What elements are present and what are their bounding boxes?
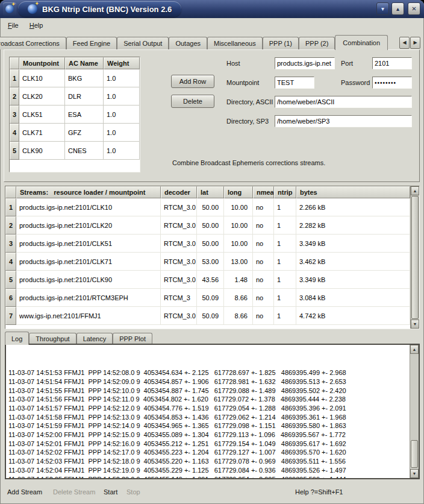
- cell-nmea[interactable]: no: [253, 198, 274, 216]
- cell-decoder[interactable]: RTCM_3.0: [161, 271, 197, 289]
- cell-ntrip[interactable]: 1: [274, 271, 296, 289]
- cell-bytes[interactable]: 4.742 kB: [296, 307, 410, 325]
- minimize-button[interactable]: ▾: [376, 2, 389, 15]
- cell-nmea[interactable]: no: [253, 271, 274, 289]
- scroll-up-button[interactable]: ▲: [410, 345, 419, 354]
- cell-stream-name[interactable]: products.igs-ip.net:2101/CLK10: [16, 198, 161, 216]
- column-header-bytes[interactable]: bytes: [296, 186, 410, 198]
- cell-lat[interactable]: 50.09: [197, 289, 224, 307]
- tab-feed-engine[interactable]: Feed Engine: [66, 37, 117, 49]
- tab-scroll-left-button[interactable]: ◀: [399, 37, 410, 49]
- row-number[interactable]: 3: [5, 235, 16, 253]
- row-number[interactable]: 1: [10, 69, 19, 87]
- cell-stream-name[interactable]: products.igs-ip.net:2101/CLK51: [16, 235, 161, 253]
- help-button[interactable]: Help ?=Shift+F1: [295, 488, 343, 496]
- row-number[interactable]: 2: [5, 216, 16, 235]
- cell-long[interactable]: 13.00: [224, 253, 253, 271]
- cell-lat[interactable]: 50.00: [197, 216, 224, 235]
- add-stream-button[interactable]: Add Stream: [7, 488, 42, 496]
- row-number[interactable]: 1: [5, 198, 16, 216]
- cell-long[interactable]: 10.00: [224, 216, 253, 235]
- delete-stream-button[interactable]: Delete Stream: [53, 488, 95, 496]
- cell-ac-name[interactable]: BKG: [65, 69, 104, 87]
- row-number[interactable]: 7: [5, 307, 16, 325]
- cell-stream-name[interactable]: www.igs-ip.net:2101/FFMJ1: [16, 307, 161, 325]
- cell-nmea[interactable]: no: [253, 289, 274, 307]
- add-row-button[interactable]: Add Row: [171, 75, 214, 88]
- tab-miscellaneous[interactable]: Miscellaneous: [207, 37, 263, 49]
- mountpoint-input[interactable]: [275, 77, 314, 89]
- delete-button[interactable]: Delete: [171, 95, 214, 108]
- cell-weight[interactable]: 1.0: [104, 106, 140, 124]
- row-number[interactable]: 4: [5, 253, 16, 271]
- cell-long[interactable]: 1.48: [224, 271, 253, 289]
- cell-bytes[interactable]: 3.462 kB: [296, 253, 410, 271]
- row-number[interactable]: 2: [10, 87, 19, 106]
- cell-ntrip[interactable]: 1: [274, 235, 296, 253]
- cell-ntrip[interactable]: 1: [274, 307, 296, 325]
- cell-bytes[interactable]: 3.349 kB: [296, 235, 410, 253]
- titlebar[interactable]: BKG Ntrip Client (BNC) Version 2.6 ▾ ▴ ✕: [0, 0, 424, 18]
- cell-decoder[interactable]: RTCM_3.0: [161, 198, 197, 216]
- cell-weight[interactable]: 1.0: [104, 69, 140, 87]
- cell-ac-name[interactable]: DLR: [65, 87, 104, 106]
- cell-decoder[interactable]: RTCM_3.0: [161, 216, 197, 235]
- cell-ntrip[interactable]: 1: [274, 289, 296, 307]
- cell-bytes[interactable]: 3.349 kB: [296, 271, 410, 289]
- stop-button[interactable]: Stop: [126, 488, 140, 496]
- cell-long[interactable]: 8.66: [224, 289, 253, 307]
- tab-log[interactable]: Log: [5, 332, 29, 345]
- cell-bytes[interactable]: 2.282 kB: [296, 216, 410, 235]
- scrollbar-thumb[interactable]: [411, 196, 419, 319]
- cell-weight[interactable]: 1.0: [104, 124, 140, 142]
- directory-sp3-input[interactable]: [275, 115, 412, 127]
- tab-ppp-2[interactable]: PPP (2): [299, 37, 335, 49]
- cell-lat[interactable]: 53.00: [197, 253, 224, 271]
- row-number[interactable]: 5: [10, 142, 19, 160]
- cell-bytes[interactable]: 2.266 kB: [296, 198, 410, 216]
- start-button[interactable]: Start: [104, 488, 117, 496]
- cell-stream-name[interactable]: products.igs-ip.net:2101/CLK71: [16, 253, 161, 271]
- cell-lat[interactable]: 50.00: [197, 198, 224, 216]
- row-number[interactable]: 4: [10, 124, 19, 142]
- cell-nmea[interactable]: no: [253, 253, 274, 271]
- cell-stream-name[interactable]: products.igs-ip.net:2101/RTCM3EPH: [16, 289, 161, 307]
- scroll-up-button[interactable]: ▲: [411, 186, 419, 195]
- cell-ntrip[interactable]: 1: [274, 198, 296, 216]
- tab-scroll-right-button[interactable]: ▶: [410, 37, 420, 49]
- tab-latency[interactable]: Latency: [76, 333, 113, 344]
- cell-weight[interactable]: 1.0: [104, 142, 140, 160]
- streams-table[interactable]: Streams: resource loader / mountpoint de…: [5, 186, 410, 329]
- port-input[interactable]: [372, 57, 412, 69]
- cell-decoder[interactable]: RTCM_3: [161, 289, 197, 307]
- window-menu-button[interactable]: [3, 2, 16, 16]
- cell-ntrip[interactable]: 1: [274, 216, 296, 235]
- maximize-button[interactable]: ▴: [391, 2, 404, 15]
- cell-lat[interactable]: 50.09: [197, 307, 224, 325]
- log-scrollbar[interactable]: ▲ ▼: [410, 345, 419, 478]
- cell-mountpoint[interactable]: CLK20: [19, 87, 65, 106]
- directory-ascii-input[interactable]: [275, 96, 412, 108]
- column-header-decoder[interactable]: decoder: [161, 186, 197, 198]
- tab-ppp-plot[interactable]: PPP Plot: [113, 333, 152, 344]
- cell-bytes[interactable]: 3.084 kB: [296, 289, 410, 307]
- cell-mountpoint[interactable]: CLK71: [19, 124, 65, 142]
- column-header-streams[interactable]: Streams: resource loader / mountpoint: [16, 186, 161, 198]
- row-number[interactable]: 5: [5, 271, 16, 289]
- cell-decoder[interactable]: RTCM_3.0: [161, 235, 197, 253]
- combination-table[interactable]: Mountpoint AC Name Weight 1 CLK10 BKG 1.…: [9, 57, 140, 172]
- scroll-down-button[interactable]: ▼: [411, 320, 419, 329]
- host-input[interactable]: [275, 57, 335, 69]
- cell-nmea[interactable]: no: [253, 235, 274, 253]
- scroll-down-button[interactable]: ▼: [410, 469, 419, 478]
- close-button[interactable]: ✕: [408, 2, 420, 15]
- column-header-ntrip[interactable]: ntrip: [274, 186, 296, 198]
- column-header-long[interactable]: long: [224, 186, 253, 198]
- cell-long[interactable]: 10.00: [224, 235, 253, 253]
- column-header-mountpoint[interactable]: Mountpoint: [19, 57, 65, 69]
- cell-mountpoint[interactable]: CLK51: [19, 106, 65, 124]
- cell-stream-name[interactable]: products.igs-ip.net:2101/CLK20: [16, 216, 161, 235]
- cell-decoder[interactable]: RTCM_3.0: [161, 253, 197, 271]
- password-input[interactable]: [372, 77, 412, 89]
- scrollbar-thumb[interactable]: [411, 440, 418, 468]
